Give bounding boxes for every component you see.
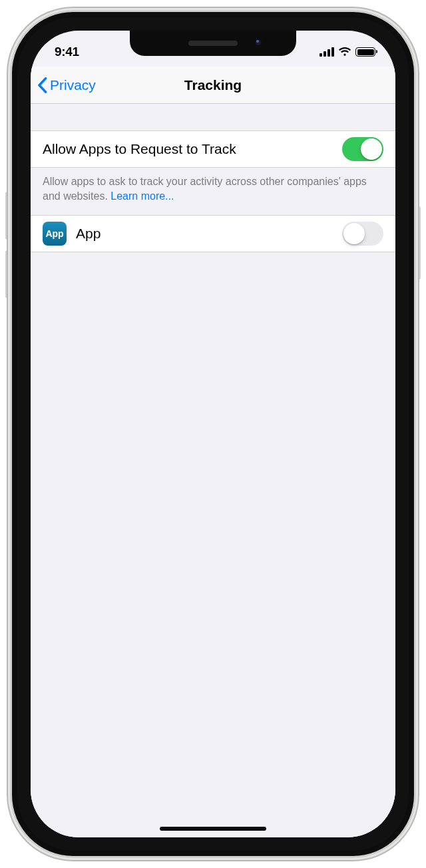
phone-bezel: 9:41 Privacy Tracking Allow A (17, 17, 409, 851)
nav-bar: Privacy Tracking (31, 67, 395, 104)
status-icons (320, 47, 375, 57)
volume-down-button (5, 250, 9, 298)
app-tracking-toggle[interactable] (342, 222, 383, 246)
allow-tracking-row: Allow Apps to Request to Track (31, 130, 395, 168)
status-time: 9:41 (55, 45, 79, 59)
cellular-signal-icon (320, 47, 334, 57)
volume-up-button (5, 192, 9, 240)
page-title: Tracking (184, 77, 242, 93)
battery-icon (355, 47, 375, 57)
front-camera (254, 38, 263, 47)
home-indicator[interactable] (160, 827, 266, 831)
app-tracking-row: AppApp (31, 215, 395, 252)
apps-list: AppApp (31, 215, 395, 252)
app-icon: App (43, 222, 67, 246)
notch (130, 31, 296, 56)
app-name-label: App (76, 226, 342, 242)
back-button[interactable]: Privacy (37, 67, 96, 103)
screen: 9:41 Privacy Tracking Allow A (31, 31, 395, 837)
mute-switch (7, 138, 11, 166)
section-footer-text: Allow apps to ask to track your activity… (31, 168, 395, 215)
power-button (417, 206, 421, 280)
toggle-knob (361, 138, 382, 160)
speaker-grille (188, 41, 238, 46)
chevron-left-icon (37, 77, 47, 93)
back-label: Privacy (50, 77, 96, 93)
learn-more-link[interactable]: Learn more... (110, 190, 174, 202)
content-area: Allow Apps to Request to Track Allow app… (31, 104, 395, 837)
wifi-icon (338, 47, 351, 57)
allow-tracking-label: Allow Apps to Request to Track (43, 141, 342, 157)
phone-frame: 9:41 Privacy Tracking Allow A (12, 12, 414, 856)
allow-tracking-toggle[interactable] (342, 137, 383, 161)
toggle-knob (343, 223, 365, 244)
footer-description: Allow apps to ask to track your activity… (43, 176, 367, 202)
